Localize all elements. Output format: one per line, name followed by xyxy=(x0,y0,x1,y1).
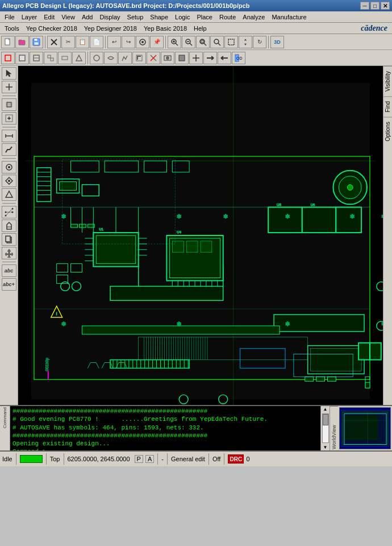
tb2-btn13[interactable] xyxy=(175,52,189,64)
menu-shape[interactable]: Shape xyxy=(147,13,172,21)
lt-pin[interactable] xyxy=(2,175,16,187)
menu-yep-basic[interactable]: Yep Basic 2018 xyxy=(140,24,190,32)
menu-tools[interactable]: Tools xyxy=(1,24,23,32)
menu-edit[interactable]: Edit xyxy=(40,13,58,21)
find-tab[interactable]: Find xyxy=(383,96,392,117)
tb2-btn11[interactable] xyxy=(147,52,160,64)
lt-sep2 xyxy=(2,127,16,127)
title-text: Allegro PCB Design L (legacy): AUTOSAVE.… xyxy=(2,2,360,9)
menu-setup[interactable]: Setup xyxy=(124,13,147,21)
lt-move[interactable] xyxy=(2,247,16,259)
tb-zoom-prev[interactable] xyxy=(210,36,224,48)
menu-display[interactable]: Display xyxy=(96,13,123,21)
minimize-button[interactable]: ─ xyxy=(360,2,369,10)
tb-snap[interactable] xyxy=(136,36,149,48)
lt-grid[interactable] xyxy=(2,98,16,111)
lt-shape[interactable] xyxy=(2,188,16,201)
pcb-canvas-area[interactable]: ! xyxy=(18,66,383,405)
menu-logic[interactable]: Logic xyxy=(172,13,193,21)
lt-hilight[interactable] xyxy=(2,220,16,232)
menu-bar-1: File Layer Edit View Add Display Setup S… xyxy=(0,11,392,23)
tb-pan[interactable] xyxy=(239,36,252,48)
toolbar-sep-2 xyxy=(105,36,106,48)
visibility-tab[interactable]: Visibility xyxy=(383,66,392,96)
lt-measure[interactable] xyxy=(2,130,16,142)
svg-rect-88 xyxy=(60,182,77,191)
menu-analyze[interactable]: Analyze xyxy=(239,13,268,21)
lt-ratsnest[interactable] xyxy=(2,206,16,218)
menu-file[interactable]: File xyxy=(1,13,18,21)
tb-refresh[interactable]: ↻ xyxy=(253,36,266,48)
lt-route[interactable] xyxy=(2,143,16,156)
scroll-thumb[interactable] xyxy=(323,414,328,425)
scroll-track[interactable] xyxy=(322,413,329,443)
menu-help[interactable]: Help xyxy=(190,24,210,32)
scroll-up-button[interactable]: ▲ xyxy=(323,406,328,412)
tb-cross[interactable] xyxy=(47,36,61,48)
lt-select[interactable] xyxy=(2,67,16,80)
svg-rect-211 xyxy=(365,382,370,388)
tb2-btn16[interactable] xyxy=(218,52,231,64)
tb2-btn3[interactable] xyxy=(30,52,43,64)
tb2-btn7[interactable] xyxy=(90,52,103,64)
tb2-btn2[interactable] xyxy=(15,52,29,64)
tb-zoom-fit[interactable] xyxy=(196,36,210,48)
tb-zoom-area[interactable] xyxy=(224,36,238,48)
menu-route[interactable]: Route xyxy=(216,13,239,21)
lt-zoom-in[interactable] xyxy=(2,112,16,125)
menu-layer[interactable]: Layer xyxy=(18,13,41,21)
status-a[interactable]: A xyxy=(145,455,154,463)
tb-pin[interactable]: 📌 xyxy=(150,36,164,48)
status-drc[interactable]: DRC xyxy=(228,454,244,464)
tb2-btn12[interactable] xyxy=(161,52,174,64)
tb2-btn6[interactable] xyxy=(72,52,86,64)
menu-view[interactable]: View xyxy=(58,13,78,21)
status-off: Off xyxy=(212,456,220,462)
minimap-canvas[interactable] xyxy=(339,407,391,449)
tb-save[interactable] xyxy=(30,36,43,48)
tb2-btn10[interactable] xyxy=(132,52,146,64)
status-sep-7 xyxy=(224,453,224,465)
tb-undo[interactable]: ↩ xyxy=(107,36,121,48)
title-controls[interactable]: ─ □ ✕ xyxy=(360,2,390,10)
console-line-2: # Good evening PC8770 ! ......Greetings … xyxy=(12,415,318,423)
tb2-btn15[interactable] xyxy=(203,52,217,64)
menu-add[interactable]: Add xyxy=(78,13,97,21)
toolbar-1: ✂ 📋 📄 ↩ ↪ 📌 ↻ 3D xyxy=(0,34,392,50)
menu-manufacture[interactable]: Manufacture xyxy=(268,13,310,21)
lt-cross[interactable] xyxy=(2,81,16,93)
svg-point-72 xyxy=(5,215,6,217)
svg-marker-23 xyxy=(244,39,247,46)
tb2-btn9[interactable] xyxy=(118,52,132,64)
menu-place[interactable]: Place xyxy=(193,13,216,21)
menu-yep-checker[interactable]: Yep Checker 2018 xyxy=(23,24,81,32)
tb-cut[interactable]: ✂ xyxy=(61,36,75,48)
lt-copy[interactable] xyxy=(2,233,16,246)
tb-zoom-in[interactable] xyxy=(168,36,181,48)
tb-open[interactable] xyxy=(15,36,29,48)
lt-via[interactable] xyxy=(2,161,16,173)
maximize-button[interactable]: □ xyxy=(370,2,380,10)
tb-paste[interactable]: 📄 xyxy=(90,36,103,48)
tb2-btn5[interactable] xyxy=(58,52,72,64)
tb-3d[interactable]: 3D xyxy=(270,36,284,48)
menu-yep-designer[interactable]: Yep Designer 2018 xyxy=(81,24,140,32)
close-button[interactable]: ✕ xyxy=(381,2,390,10)
svg-rect-226 xyxy=(328,377,336,381)
lt-text-add[interactable]: abc+ xyxy=(2,278,16,291)
scroll-down-button[interactable]: ▼ xyxy=(323,444,328,450)
options-tab[interactable]: Options xyxy=(383,117,392,146)
tb-redo[interactable]: ↪ xyxy=(122,36,135,48)
tb2-btn1[interactable] xyxy=(1,52,15,64)
tb2-btn4[interactable] xyxy=(44,52,57,64)
tb-copy[interactable]: 📋 xyxy=(76,36,89,48)
tb2-btn17[interactable]: ODB xyxy=(232,52,245,64)
tb2-btn8[interactable] xyxy=(104,52,118,64)
tb-zoom-out[interactable] xyxy=(182,36,195,48)
tb2-btn14[interactable] xyxy=(189,52,203,64)
console-scrollbar[interactable]: ▲ ▼ xyxy=(320,406,330,450)
svg-line-18 xyxy=(204,43,206,46)
status-p[interactable]: P xyxy=(135,455,143,463)
lt-text[interactable]: abc xyxy=(2,264,16,277)
tb-new[interactable] xyxy=(1,36,15,48)
